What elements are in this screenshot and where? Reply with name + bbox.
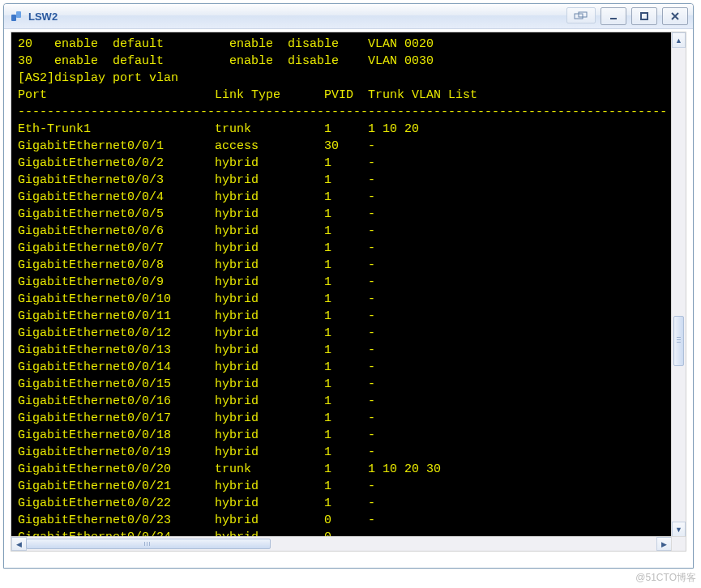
terminal-area[interactable]: 20 enable default enable disable VLAN 00… xyxy=(11,32,686,552)
terminal-output[interactable]: 20 enable default enable disable VLAN 00… xyxy=(11,32,686,552)
svg-rect-4 xyxy=(610,18,617,19)
svg-rect-0 xyxy=(11,15,16,21)
scrollbar-corner xyxy=(671,536,686,551)
svg-rect-5 xyxy=(641,13,648,19)
horizontal-scroll-thumb[interactable] xyxy=(26,539,271,549)
maximize-button[interactable] xyxy=(631,7,657,25)
watermark-text: @51CTO博客 xyxy=(635,571,696,585)
title-bar[interactable]: LSW2 xyxy=(4,4,693,29)
window-frame: LSW2 20 enable default enable disable xyxy=(3,3,694,569)
horizontal-scrollbar[interactable]: ◀ ▶ xyxy=(11,536,672,551)
svg-rect-1 xyxy=(16,11,21,18)
scroll-down-button[interactable]: ▼ xyxy=(672,522,686,537)
vertical-scroll-thumb[interactable] xyxy=(673,316,684,366)
scroll-left-button[interactable]: ◀ xyxy=(11,537,27,551)
app-icon xyxy=(9,9,24,23)
window-tab-button[interactable] xyxy=(566,7,596,23)
minimize-button[interactable] xyxy=(601,7,626,25)
scroll-right-button[interactable]: ▶ xyxy=(656,537,672,551)
close-button[interactable] xyxy=(662,7,688,25)
scroll-up-button[interactable]: ▲ xyxy=(672,32,686,48)
vertical-scrollbar[interactable]: ▲ ▼ xyxy=(671,32,686,537)
window-title: LSW2 xyxy=(28,11,58,23)
